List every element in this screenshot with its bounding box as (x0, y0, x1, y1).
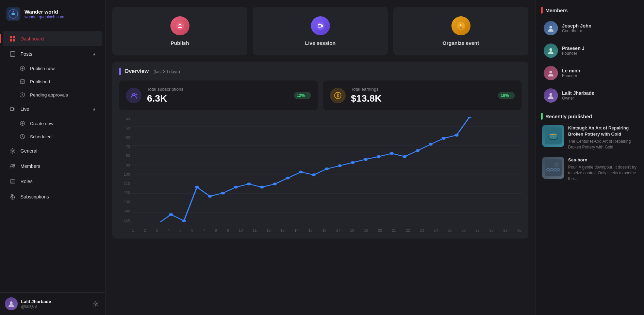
recent-content-sea-born: Sea-born Pour, A gentle downpour, It doe… (568, 157, 637, 182)
action-card-organize-event[interactable]: 🏆 Organize event (393, 7, 528, 55)
sidebar-item-live-label: Live (20, 106, 88, 112)
svg-rect-9 (20, 80, 24, 84)
member-info-joseph-john: Joseph John Contributor (562, 23, 636, 33)
published-icon (19, 78, 26, 85)
sidebar-item-members[interactable]: Members (3, 159, 102, 174)
pending-approvals-icon (19, 91, 26, 98)
live-chevron-icon: ▲ (92, 107, 96, 111)
settings-icon[interactable] (91, 299, 100, 309)
sidebar-item-posts[interactable]: Posts ▲ (3, 47, 102, 62)
stats-row: Total subscriptions 6.3K 12% ↑ (119, 81, 522, 110)
svg-rect-11 (10, 108, 14, 110)
earnings-stat-value: $13.8K (351, 93, 493, 104)
svg-point-48 (221, 192, 225, 194)
svg-text:🏆: 🏆 (458, 23, 464, 29)
recently-published-section: Recently published (541, 113, 639, 183)
action-card-publish[interactable]: Publish (112, 7, 247, 55)
scheduled-icon (19, 133, 26, 140)
earnings-stat-icon (330, 88, 346, 103)
live-session-action-label: Live session (305, 40, 335, 46)
quick-actions-row: Publish Live session (112, 7, 528, 55)
members-icon (9, 162, 16, 170)
footer-user-info: Lalit Jharbade @lalitj03 (21, 299, 87, 309)
svg-point-56 (325, 168, 329, 170)
sidebar-item-published[interactable]: Published (3, 75, 102, 88)
subscriptions-stat-value: 6.3K (147, 93, 288, 104)
svg-point-59 (364, 158, 367, 161)
footer-user-handle: @lalitj03 (21, 304, 87, 309)
live-session-action-icon (311, 16, 330, 35)
members-indicator (541, 7, 543, 14)
sidebar-item-general[interactable]: General (3, 143, 102, 158)
members-list: Joseph John Contributor Praveen J (541, 18, 639, 106)
recently-published-indicator (541, 113, 543, 120)
sidebar-item-dashboard[interactable]: Dashboard (3, 31, 102, 46)
sidebar-item-roles-label: Roles (20, 179, 96, 184)
svg-point-22 (316, 22, 325, 30)
member-item-lalit-jharbade[interactable]: Lalit Jharbade Owner (541, 85, 639, 106)
publish-new-icon (19, 65, 26, 72)
publish-new-label: Publish new (30, 66, 55, 71)
sidebar-item-scheduled[interactable]: Scheduled (3, 130, 102, 143)
svg-point-64 (429, 143, 432, 145)
overview-header: Overview (last 30 days) (119, 68, 522, 75)
footer-avatar (5, 297, 18, 310)
sidebar-item-publish-new[interactable]: Publish new (3, 62, 102, 75)
member-item-praveen-j[interactable]: Praveen J Founder (541, 40, 639, 61)
sidebar-item-subscriptions[interactable]: Subscriptions (3, 189, 102, 204)
svg-point-10 (22, 95, 23, 96)
svg-point-61 (390, 152, 394, 155)
sidebar-brand[interactable]: Wander world wander.quepinch.com (0, 0, 105, 28)
svg-point-63 (416, 149, 419, 152)
sidebar-item-posts-label: Posts (20, 51, 88, 57)
svg-point-14 (12, 150, 14, 152)
svg-point-50 (247, 182, 251, 185)
member-item-joseph-john[interactable]: Joseph John Contributor (541, 18, 639, 39)
published-label: Published (30, 79, 50, 84)
svg-rect-3 (10, 36, 12, 38)
svg-point-54 (299, 171, 302, 173)
sidebar-item-pending-approvals[interactable]: Pending approvals (3, 88, 102, 101)
center-area: Publish Live session (105, 0, 535, 315)
members-section: Members Joseph John Contributor (541, 7, 639, 106)
member-item-le-minh[interactable]: Le minh Founder (541, 63, 639, 84)
member-avatar-joseph-john (544, 21, 558, 35)
svg-point-62 (403, 155, 407, 158)
svg-point-73 (549, 71, 552, 73)
member-avatar-praveen-j (544, 43, 558, 58)
member-name-praveen-j: Praveen J (562, 46, 636, 51)
sidebar-item-create-new[interactable]: Create new (3, 117, 102, 130)
earnings-stat-badge: 18% ↑ (498, 92, 515, 99)
recent-content-kintsugi: Kintsugi: An Art of Repairing Broken Pot… (568, 125, 637, 150)
svg-point-49 (234, 186, 238, 189)
svg-point-16 (14, 164, 15, 166)
pending-approvals-label: Pending approvals (30, 92, 68, 98)
member-role-le-minh: Founder (562, 73, 636, 78)
earnings-stat-label: Total earnings (351, 87, 493, 92)
svg-point-19 (10, 301, 13, 304)
svg-point-79 (554, 162, 559, 167)
sidebar-item-members-label: Members (20, 163, 96, 169)
sidebar-item-dashboard-label: Dashboard (20, 36, 96, 41)
recent-desc-sea-born: Pour, A gentle downpour, It doesn't try … (568, 164, 637, 181)
chart-y-labels: 150 140 130 120 110 100 90 80 70 60 50 4… (119, 117, 132, 222)
overview-indicator (119, 68, 121, 75)
create-new-icon (19, 120, 26, 127)
svg-point-46 (195, 186, 199, 189)
recent-item-kintsugi[interactable]: Kintsugi: An Art of Repairing Broken Pot… (541, 124, 639, 152)
sidebar-item-roles[interactable]: Roles (3, 174, 102, 189)
overview-title: Overview (125, 68, 149, 74)
svg-point-60 (377, 155, 380, 158)
action-card-live-session[interactable]: Live session (253, 7, 388, 55)
overview-section: Overview (last 30 days) (112, 62, 528, 239)
subscriptions-stat-icon (126, 88, 142, 103)
scheduled-label: Scheduled (30, 134, 52, 139)
live-icon (9, 105, 16, 113)
chart-svg-area (132, 117, 522, 222)
svg-point-53 (286, 177, 290, 179)
recent-item-sea-born[interactable]: Sea-born Pour, A gentle downpour, It doe… (541, 156, 639, 183)
sidebar-nav: Dashboard Posts ▲ Publish new (0, 28, 105, 292)
subscriptions-icon (9, 193, 16, 200)
sidebar-item-live[interactable]: Live ▲ (3, 102, 102, 117)
member-role-lalit-jharbade: Owner (562, 96, 636, 101)
